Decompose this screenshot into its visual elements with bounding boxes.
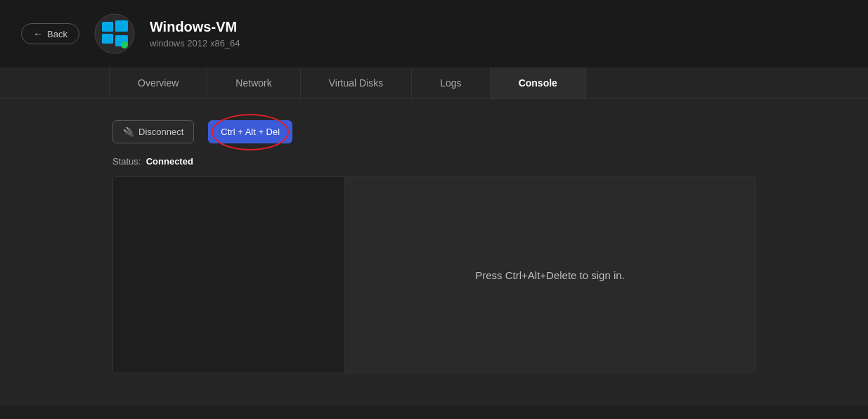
back-label: Back: [47, 29, 67, 39]
status-label: Status:: [112, 156, 141, 167]
back-arrow-icon: ←: [33, 28, 43, 39]
console-main[interactable]: Press Ctrl+Alt+Delete to sign in.: [345, 177, 755, 373]
console-area: Press Ctrl+Alt+Delete to sign in.: [112, 176, 756, 373]
svg-rect-2: [115, 20, 128, 32]
disconnect-icon: 🔌: [123, 127, 134, 137]
svg-rect-1: [102, 22, 113, 32]
svg-point-0: [95, 14, 134, 53]
svg-rect-3: [102, 34, 113, 44]
back-button[interactable]: ← Back: [21, 23, 79, 44]
tabs-bar: Overview Network Virtual Disks Logs Cons…: [0, 67, 868, 99]
ctrl-alt-del-button[interactable]: Ctrl + Alt + Del: [208, 120, 292, 143]
vm-subtitle: windows 2012 x86_64: [150, 38, 240, 49]
header: ← Back Windows-VM windows 2012 x86_64: [0, 0, 868, 67]
action-bar: 🔌 Disconnect Ctrl + Alt + Del: [112, 120, 756, 143]
console-sidebar: [113, 177, 345, 373]
tab-overview[interactable]: Overview: [109, 67, 207, 98]
vm-icon: [93, 13, 136, 55]
disconnect-button[interactable]: 🔌 Disconnect: [112, 120, 194, 143]
tab-console[interactable]: Console: [491, 67, 586, 98]
status-bar: Status: Connected: [112, 156, 756, 167]
vm-name: Windows-VM: [150, 19, 240, 35]
tab-logs[interactable]: Logs: [412, 67, 490, 98]
ctrl-alt-del-wrapper: Ctrl + Alt + Del: [208, 120, 292, 143]
console-message: Press Ctrl+Alt+Delete to sign in.: [475, 269, 625, 281]
vm-info: Windows-VM windows 2012 x86_64: [150, 19, 240, 49]
tab-network[interactable]: Network: [207, 67, 300, 98]
main-content: 🔌 Disconnect Ctrl + Alt + Del Status: Co…: [0, 99, 868, 406]
disconnect-label: Disconnect: [138, 127, 183, 137]
tab-virtual-disks[interactable]: Virtual Disks: [301, 67, 413, 98]
svg-point-5: [121, 41, 128, 49]
status-value: Connected: [146, 156, 193, 167]
